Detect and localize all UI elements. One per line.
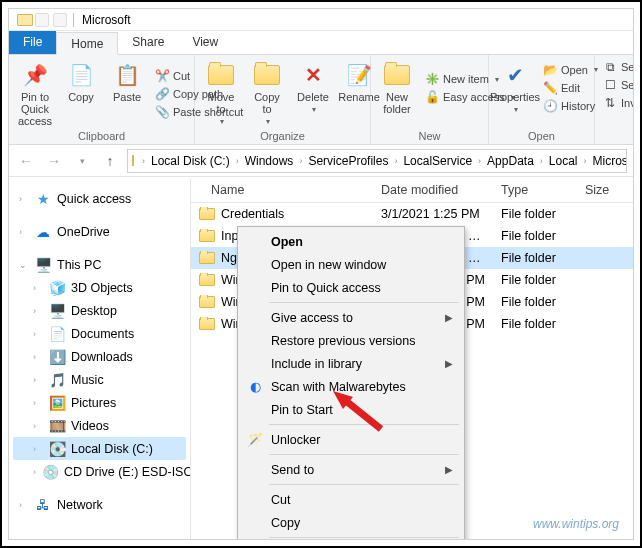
new-item-icon: ✳️: [425, 72, 439, 86]
tab-view[interactable]: View: [178, 31, 232, 54]
group-select: [601, 141, 628, 142]
ctx-cut[interactable]: Cut: [241, 488, 461, 511]
edit-button[interactable]: ✏️Edit: [541, 80, 600, 96]
delete-button[interactable]: ✕Delete: [293, 59, 333, 128]
sidebar-item-onedrive[interactable]: ›☁OneDrive: [13, 220, 186, 243]
history-icon: 🕘: [543, 99, 557, 113]
nav-back-button[interactable]: ←: [15, 150, 37, 172]
folder-icon: [199, 296, 215, 308]
pc-icon: 🖥️: [35, 257, 51, 273]
documents-icon: 📄: [49, 326, 65, 342]
quick-access-toolbar[interactable]: [35, 13, 67, 27]
column-headers[interactable]: Name Date modified Type Size: [191, 179, 633, 203]
ctx-unlocker[interactable]: 🪄Unlocker: [241, 428, 461, 451]
tab-home[interactable]: Home: [56, 32, 118, 55]
star-icon: ★: [35, 191, 51, 207]
ctx-pin-quick-access[interactable]: Pin to Quick access: [241, 276, 461, 299]
ctx-pin-start[interactable]: Pin to Start: [241, 398, 461, 421]
drive-icon: 💽: [49, 441, 65, 457]
sidebar-item-this-pc[interactable]: ⌄🖥️This PC: [13, 253, 186, 276]
nav-up-button[interactable]: ↑: [99, 150, 121, 172]
ctx-scan-malwarebytes[interactable]: ◐Scan with Malwarebytes: [241, 375, 461, 398]
folder-icon: [199, 274, 215, 286]
col-name[interactable]: Name: [191, 179, 373, 202]
watermark: www.wintips.org: [533, 517, 619, 531]
invert-selection-button[interactable]: ⇅Inver: [601, 95, 633, 111]
copy-button[interactable]: 📄Copy: [61, 59, 101, 129]
move-to-button[interactable]: Move to: [201, 59, 241, 128]
easy-access-icon: 🔓: [425, 90, 439, 104]
ctx-copy[interactable]: Copy: [241, 511, 461, 534]
group-organize: Organize: [201, 129, 364, 142]
drive-icon: [132, 155, 134, 166]
edit-icon: ✏️: [543, 81, 557, 95]
properties-icon: ✔︎: [501, 61, 529, 89]
sidebar-item-cd-drive[interactable]: ›💿CD Drive (E:) ESD-ISO: [13, 460, 186, 483]
group-open: Open: [495, 129, 588, 142]
ctx-open[interactable]: Open: [241, 230, 461, 253]
path-icon: 🔗: [155, 87, 169, 101]
ctx-restore-versions[interactable]: Restore previous versions: [241, 329, 461, 352]
chevron-right-icon: ▶: [445, 312, 453, 323]
folder-icon: 🧊: [49, 280, 65, 296]
navigation-pane: ›★Quick access ›☁OneDrive ⌄🖥️This PC ›🧊3…: [9, 179, 191, 539]
ctx-send-to[interactable]: Send to▶: [241, 458, 461, 481]
properties-button[interactable]: ✔︎Properties: [495, 59, 535, 116]
folder-icon: [199, 318, 215, 330]
history-button[interactable]: 🕘History: [541, 98, 600, 114]
sidebar-item-documents[interactable]: ›📄Documents: [13, 322, 186, 345]
sidebar-item-desktop[interactable]: ›🖥️Desktop: [13, 299, 186, 322]
sidebar-item-quick-access[interactable]: ›★Quick access: [13, 187, 186, 210]
sidebar-item-local-disk[interactable]: ›💽Local Disk (C:): [13, 437, 186, 460]
move-icon: [207, 61, 235, 89]
pin-quick-access-button[interactable]: 📌Pin to Quick access: [15, 59, 55, 129]
col-size[interactable]: Size: [577, 179, 633, 202]
folder-icon: [199, 252, 215, 264]
sidebar-item-network[interactable]: ›🖧Network: [13, 493, 186, 516]
videos-icon: 🎞️: [49, 418, 65, 434]
breadcrumb[interactable]: › Local Disk (C:)› Windows› ServiceProfi…: [127, 149, 627, 173]
ribbon-tabs: File Home Share View: [9, 31, 633, 55]
new-folder-button[interactable]: New folder: [377, 59, 417, 117]
title-bar: Microsoft: [9, 9, 633, 31]
folder-icon: [199, 208, 215, 220]
context-menu: Open Open in new window Pin to Quick acc…: [237, 226, 465, 540]
sidebar-item-downloads[interactable]: ›⬇️Downloads: [13, 345, 186, 368]
ctx-give-access[interactable]: Give access to▶: [241, 306, 461, 329]
chevron-right-icon: ▶: [445, 358, 453, 369]
ctx-include-library[interactable]: Include in library▶: [241, 352, 461, 375]
unlocker-icon: 🪄: [247, 432, 263, 448]
copy-to-button[interactable]: Copy to: [247, 59, 287, 128]
cd-icon: 💿: [42, 464, 58, 480]
delete-icon: ✕: [299, 61, 327, 89]
downloads-icon: ⬇️: [49, 349, 65, 365]
tab-file[interactable]: File: [9, 31, 56, 54]
cut-icon: ✂️: [155, 69, 169, 83]
chevron-right-icon: ▶: [445, 464, 453, 475]
folder-icon: [17, 14, 33, 26]
shortcut-icon: 📎: [155, 105, 169, 119]
col-date[interactable]: Date modified: [373, 179, 493, 202]
sidebar-item-pictures[interactable]: ›🖼️Pictures: [13, 391, 186, 414]
paste-button[interactable]: 📋Paste: [107, 59, 147, 129]
sidebar-item-videos[interactable]: ›🎞️Videos: [13, 414, 186, 437]
rename-icon: 📝: [345, 61, 373, 89]
nav-forward-button[interactable]: →: [43, 150, 65, 172]
ctx-open-new-window[interactable]: Open in new window: [241, 253, 461, 276]
ribbon: 📌Pin to Quick access 📄Copy 📋Paste ✂️Cut …: [9, 55, 633, 145]
list-item[interactable]: Credentials3/1/2021 1:25 PMFile folder: [191, 203, 633, 225]
sidebar-item-3d-objects[interactable]: ›🧊3D Objects: [13, 276, 186, 299]
open-icon: 📂: [543, 63, 557, 77]
col-type[interactable]: Type: [493, 179, 577, 202]
open-small-button[interactable]: 📂Open: [541, 62, 600, 78]
new-folder-icon: [383, 61, 411, 89]
select-none-button[interactable]: ☐Sel: [601, 77, 633, 93]
group-clipboard: Clipboard: [15, 129, 188, 142]
sidebar-item-music[interactable]: ›🎵Music: [13, 368, 186, 391]
tab-share[interactable]: Share: [118, 31, 178, 54]
address-bar-row: ← → ▾ ↑ › Local Disk (C:)› Windows› Serv…: [9, 145, 633, 177]
window-title: Microsoft: [80, 13, 131, 27]
copyto-icon: [253, 61, 281, 89]
select-all-button[interactable]: ⧉Sel: [601, 59, 633, 75]
nav-recent-button[interactable]: ▾: [71, 150, 93, 172]
